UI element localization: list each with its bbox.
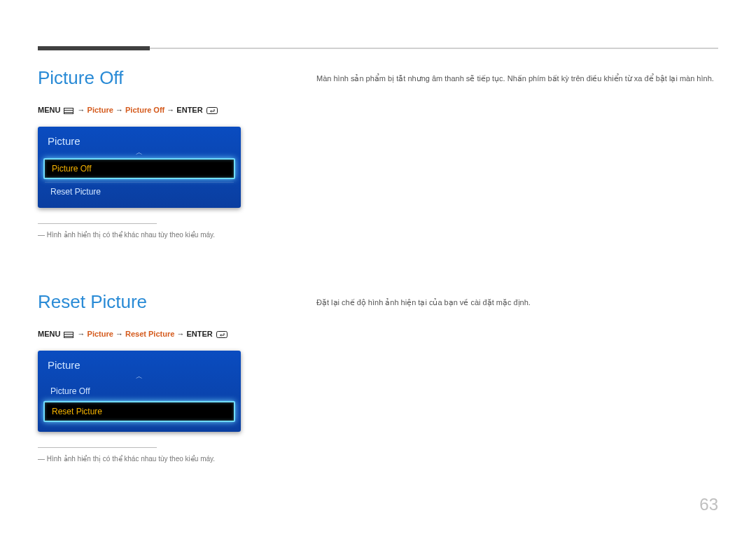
section-title: Picture Off xyxy=(38,67,241,89)
section-picture-off: Picture Off MENU → Picture → Picture Off… xyxy=(38,67,241,239)
breadcrumb-arrow: → xyxy=(176,330,184,338)
tv-menu-header: Picture xyxy=(38,355,241,374)
tv-menu-item-picture-off[interactable]: Picture Off xyxy=(38,382,241,400)
breadcrumb-enter: ENTER xyxy=(176,106,202,114)
tv-menu-item-reset-picture[interactable]: Reset Picture xyxy=(38,183,241,201)
enter-icon xyxy=(216,331,227,338)
enter-icon xyxy=(206,107,218,114)
body-text-picture-off: Màn hình sản phẩm bị tắt nhưng âm thanh … xyxy=(316,73,715,85)
header-accent xyxy=(38,46,150,50)
chevron-up-icon[interactable]: ︿ xyxy=(38,374,241,379)
footnote-divider xyxy=(38,447,157,448)
section-title: Reset Picture xyxy=(38,291,241,313)
tv-menu-header: Picture xyxy=(38,131,241,150)
footnote-content: Hình ảnh hiển thị có thể khác nhau tùy t… xyxy=(47,231,215,239)
footnote-content: Hình ảnh hiển thị có thể khác nhau tùy t… xyxy=(47,455,215,463)
breadcrumb-step1: Picture xyxy=(88,330,113,338)
breadcrumb-step2: Reset Picture xyxy=(125,330,174,338)
breadcrumb-arrow: → xyxy=(115,330,123,338)
menu-icon xyxy=(64,332,74,338)
breadcrumb-step2: Picture Off xyxy=(125,106,164,114)
tv-menu-item-picture-off[interactable]: Picture Off xyxy=(43,158,235,179)
section-reset-picture: Reset Picture MENU → Picture → Reset Pic… xyxy=(38,291,241,463)
page-number: 63 xyxy=(699,495,718,514)
breadcrumb-menu: MENU xyxy=(38,330,60,338)
footnote-divider xyxy=(38,223,157,224)
footnote-text: ― Hình ảnh hiển thị có thể khác nhau tùy… xyxy=(38,455,241,463)
tv-menu-picture-off: Picture ︿ Picture Off Reset Picture xyxy=(38,127,241,208)
breadcrumb-menu: MENU xyxy=(38,106,60,114)
tv-menu-reset-picture: Picture ︿ Picture Off Reset Picture xyxy=(38,351,241,432)
breadcrumb-step1: Picture xyxy=(88,106,113,114)
breadcrumb: MENU → Picture → Reset Picture → ENTER xyxy=(38,330,241,338)
breadcrumb: MENU → Picture → Picture Off → ENTER xyxy=(38,106,241,114)
breadcrumb-arrow: → xyxy=(115,106,123,114)
tv-menu-item-reset-picture[interactable]: Reset Picture xyxy=(43,401,235,422)
svg-rect-0 xyxy=(206,108,217,114)
footnote-text: ― Hình ảnh hiển thị có thể khác nhau tùy… xyxy=(38,231,241,239)
breadcrumb-arrow: → xyxy=(167,106,174,114)
breadcrumb-arrow: → xyxy=(78,330,85,338)
breadcrumb-arrow: → xyxy=(78,106,85,114)
body-text-reset-picture: Đặt lại chế độ hình ảnh hiện tại của bạn… xyxy=(316,297,715,309)
menu-icon xyxy=(64,108,74,114)
svg-rect-1 xyxy=(216,332,227,338)
chevron-up-icon[interactable]: ︿ xyxy=(38,150,241,155)
breadcrumb-enter: ENTER xyxy=(186,330,212,338)
